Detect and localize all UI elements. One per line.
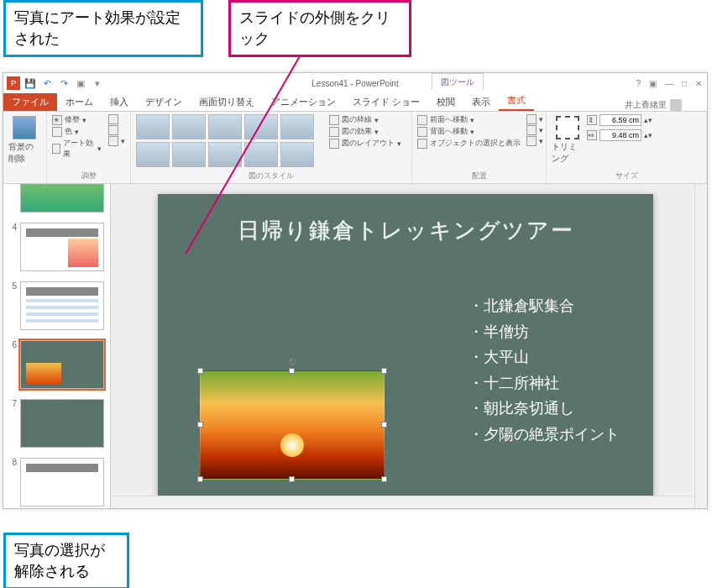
selection-pane-button[interactable]: オブジェクトの選択と表示	[417, 138, 521, 149]
align-button[interactable]: ▾	[526, 114, 543, 124]
style-thumb[interactable]	[172, 114, 206, 139]
resize-handle[interactable]	[289, 476, 295, 482]
ribbon: 背景の削除 ☀修整▾ 色▾ アート効果▾ ▾ 調整	[3, 112, 707, 184]
slide-thumb[interactable]	[20, 223, 104, 271]
tab-home[interactable]: ホーム	[57, 93, 102, 111]
save-icon[interactable]: 💾	[24, 76, 37, 90]
slide: 日帰り鎌倉トレッキングツアー 北鎌倉駅集合 半僧坊 大平山 十二所神社 朝比奈切…	[158, 194, 653, 496]
width-input[interactable]	[599, 129, 641, 141]
remove-background-button[interactable]: 背景の削除	[8, 114, 40, 165]
crop-button[interactable]: トリミング	[552, 114, 584, 165]
slide-thumb[interactable]	[20, 184, 104, 213]
help-icon[interactable]: ?	[636, 79, 641, 88]
resize-handle[interactable]	[381, 368, 387, 374]
reset-icon	[108, 136, 118, 146]
slide-thumbnails-pane[interactable]: 4 5 6 7 8	[3, 184, 111, 508]
artistic-effects-button[interactable]: アート効果▾	[52, 138, 102, 160]
slide-thumb[interactable]	[20, 399, 104, 448]
resize-handle[interactable]	[197, 422, 203, 428]
close-icon[interactable]: ✕	[695, 79, 702, 88]
start-from-beginning-icon[interactable]: ▣	[74, 76, 87, 90]
chevron-down-icon: ▾	[470, 128, 474, 136]
window-title: Lesson41 - PowerPoint	[312, 79, 398, 88]
resize-handle[interactable]	[197, 476, 203, 482]
quick-access-toolbar: P 💾 ↶ ↷ ▣ ▾	[3, 76, 104, 90]
horizontal-scrollbar[interactable]	[111, 496, 694, 508]
chevron-down-icon: ▾	[75, 128, 79, 136]
vertical-scrollbar[interactable]	[694, 184, 707, 508]
picture-styles-gallery[interactable]	[136, 114, 321, 167]
undo-icon[interactable]: ↶	[40, 76, 54, 90]
tab-slideshow[interactable]: スライド ショー	[344, 93, 428, 111]
artistic-icon	[52, 144, 60, 154]
rotate-button[interactable]: ▾	[526, 136, 543, 146]
group-button[interactable]: ▾	[526, 125, 543, 135]
style-thumb[interactable]	[208, 114, 242, 139]
thumb-number: 6	[8, 340, 17, 349]
change-picture-button[interactable]	[108, 125, 125, 135]
tab-insert[interactable]: 挿入	[102, 93, 137, 111]
window-controls: ? ▣ — □ ✕	[636, 79, 707, 88]
slide-thumb[interactable]	[20, 458, 104, 507]
height-input[interactable]	[599, 114, 641, 126]
contextual-tab-label: 図ツール	[432, 73, 484, 90]
tab-design[interactable]: デザイン	[137, 93, 191, 111]
qat-more-icon[interactable]: ▾	[91, 76, 104, 90]
bring-forward-button[interactable]: 前面へ移動▾	[417, 114, 521, 125]
style-thumb[interactable]	[280, 142, 314, 167]
group-arrange: 配置	[417, 171, 541, 181]
style-thumb[interactable]	[280, 114, 314, 139]
compress-pictures-button[interactable]	[108, 114, 125, 124]
ribbon-options-icon[interactable]: ▣	[649, 79, 657, 88]
resize-handle[interactable]	[289, 368, 295, 374]
thumb-number: 4	[8, 223, 17, 232]
chevron-down-icon: ▾	[397, 139, 401, 148]
resize-handle[interactable]	[381, 422, 387, 428]
tab-review[interactable]: 校閲	[428, 93, 463, 111]
resize-handle[interactable]	[197, 368, 203, 374]
spinner-icon[interactable]: ▴▾	[644, 131, 652, 139]
height-icon: ⇕	[587, 115, 597, 125]
send-backward-button[interactable]: 背面へ移動▾	[417, 126, 521, 137]
slide-thumb[interactable]	[20, 281, 104, 330]
group-adjust: 調整	[52, 171, 125, 181]
callout-selection-released: 写真の選択が解除される	[3, 533, 129, 588]
tab-file[interactable]: ファイル	[3, 93, 57, 111]
selected-picture[interactable]: ↻	[200, 370, 385, 480]
resize-handle[interactable]	[381, 476, 387, 482]
reset-picture-button[interactable]: ▾	[108, 136, 125, 146]
style-thumb[interactable]	[244, 114, 278, 139]
selection-icon	[417, 139, 427, 149]
chevron-down-icon: ▾	[82, 116, 86, 124]
picture-effects-button[interactable]: 図の効果▾	[329, 126, 401, 137]
style-thumb[interactable]	[172, 142, 206, 167]
redo-icon[interactable]: ↷	[57, 76, 71, 90]
send-backward-icon	[417, 127, 427, 137]
effects-icon	[329, 127, 339, 137]
rotate-handle[interactable]: ↻	[288, 356, 296, 368]
thumb-number: 7	[8, 399, 17, 408]
tab-transitions[interactable]: 画面切り替え	[191, 93, 263, 111]
color-button[interactable]: 色▾	[52, 126, 102, 137]
slide-title: 日帰り鎌倉トレッキングツアー	[158, 216, 653, 245]
chevron-down-icon: ▾	[539, 137, 543, 145]
bullet-item: 大平山	[469, 344, 620, 370]
height-input-row: ⇕▴▾	[587, 114, 652, 126]
slide-canvas[interactable]: 日帰り鎌倉トレッキングツアー 北鎌倉駅集合 半僧坊 大平山 十二所神社 朝比奈切…	[111, 184, 707, 508]
tab-format[interactable]: 書式	[499, 92, 534, 111]
picture-layout-button[interactable]: 図のレイアウト▾	[329, 138, 401, 149]
minimize-icon[interactable]: —	[665, 79, 673, 88]
tab-view[interactable]: 表示	[463, 93, 499, 111]
picture-border-button[interactable]: 図の枠線▾	[329, 114, 401, 125]
slide-thumb-current[interactable]	[20, 340, 104, 389]
spinner-icon[interactable]: ▴▾	[644, 116, 652, 124]
maximize-icon[interactable]: □	[682, 79, 687, 88]
corrections-button[interactable]: ☀修整▾	[52, 114, 102, 125]
style-thumb[interactable]	[136, 142, 170, 167]
user-name[interactable]: 井上香緒里	[625, 99, 682, 111]
chevron-down-icon: ▾	[470, 116, 474, 124]
bullet-item: 夕陽の絶景ポイント	[469, 422, 620, 448]
style-thumb[interactable]	[136, 114, 170, 139]
app-icon: P	[7, 76, 20, 90]
style-thumb[interactable]	[244, 142, 278, 167]
